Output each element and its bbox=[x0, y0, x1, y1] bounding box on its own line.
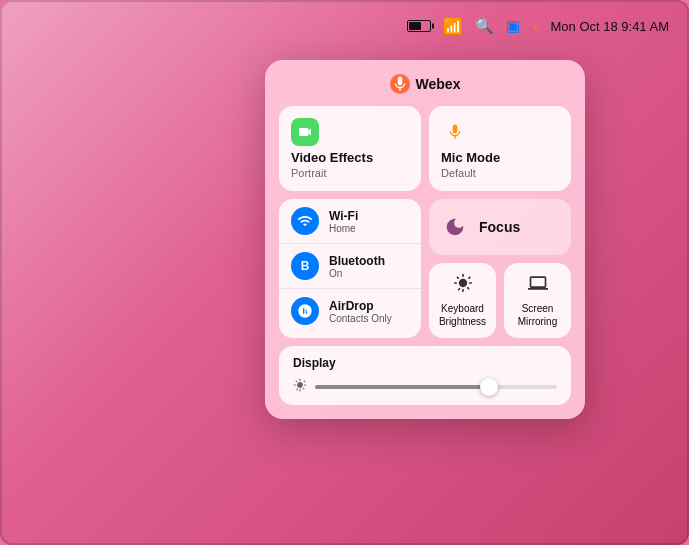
display-section: Display bbox=[279, 346, 571, 405]
bluetooth-text: Bluetooth On bbox=[329, 254, 385, 279]
keyboard-brightness-label: Keyboard Brightness bbox=[439, 302, 486, 328]
video-effects-subtitle: Portrait bbox=[291, 167, 409, 179]
webex-header: Webex bbox=[279, 74, 571, 94]
brightness-row bbox=[293, 378, 557, 395]
screen-mirroring-label: Screen Mirroring bbox=[518, 302, 557, 328]
bluetooth-item[interactable]: B Bluetooth On bbox=[279, 244, 421, 289]
screen-mirroring-icon bbox=[528, 273, 548, 298]
mic-mode-tile[interactable]: Mic Mode Default bbox=[429, 106, 571, 191]
display-label: Display bbox=[293, 356, 557, 370]
focus-moon-icon bbox=[441, 213, 469, 241]
brightness-fill bbox=[315, 385, 489, 389]
menu-bar: 📶 🔍 ▣ ● Mon Oct 18 9:41 AM bbox=[0, 0, 689, 52]
network-tile: Wi-Fi Home B Bluetooth On bbox=[279, 199, 421, 338]
keyboard-brightness-icon bbox=[453, 273, 473, 298]
keyboard-brightness-tile[interactable]: Keyboard Brightness bbox=[429, 263, 496, 338]
middle-section: Wi-Fi Home B Bluetooth On bbox=[279, 199, 571, 338]
bluetooth-status: On bbox=[329, 268, 385, 279]
wifi-icon bbox=[291, 207, 319, 235]
brightness-slider[interactable] bbox=[315, 385, 557, 389]
airdrop-icon bbox=[291, 297, 319, 325]
menubar-time: Mon Oct 18 9:41 AM bbox=[550, 19, 669, 34]
bluetooth-name: Bluetooth bbox=[329, 254, 385, 268]
wifi-name: Wi-Fi bbox=[329, 209, 358, 223]
wifi-menubar-icon: 📶 bbox=[443, 17, 463, 36]
mic-mode-title: Mic Mode bbox=[441, 150, 559, 165]
battery-icon bbox=[407, 20, 431, 32]
airdrop-text: AirDrop Contacts Only bbox=[329, 299, 392, 324]
right-col: Focus Keyboard Brightness bbox=[429, 199, 571, 338]
screen-mirror-menubar-icon[interactable]: ▣ bbox=[506, 17, 520, 35]
airdrop-status: Contacts Only bbox=[329, 313, 392, 324]
video-effects-icon bbox=[291, 118, 319, 146]
focus-label: Focus bbox=[479, 219, 520, 235]
mic-mode-subtitle: Default bbox=[441, 167, 559, 179]
brightness-thumb bbox=[480, 378, 498, 396]
focus-tile[interactable]: Focus bbox=[429, 199, 571, 255]
top-row: Video Effects Portrait Mic Mode Default bbox=[279, 106, 571, 191]
webex-mic-icon bbox=[390, 74, 410, 94]
video-effects-icon-row bbox=[291, 118, 409, 146]
wifi-text: Wi-Fi Home bbox=[329, 209, 358, 234]
screen-mirroring-tile[interactable]: Screen Mirroring bbox=[504, 263, 571, 338]
bottom-small-row: Keyboard Brightness Screen Mirroring bbox=[429, 263, 571, 338]
menubar-dot: ● bbox=[532, 21, 538, 32]
wifi-item[interactable]: Wi-Fi Home bbox=[279, 199, 421, 244]
airdrop-item[interactable]: AirDrop Contacts Only bbox=[279, 289, 421, 333]
wifi-status: Home bbox=[329, 223, 358, 234]
mic-mode-icon-row bbox=[441, 118, 559, 146]
video-effects-tile[interactable]: Video Effects Portrait bbox=[279, 106, 421, 191]
control-center-panel: Webex Video Effects Portrait bbox=[265, 60, 585, 419]
brightness-low-icon bbox=[293, 378, 307, 395]
airdrop-name: AirDrop bbox=[329, 299, 392, 313]
search-menubar-icon[interactable]: 🔍 bbox=[475, 17, 494, 35]
video-effects-title: Video Effects bbox=[291, 150, 409, 165]
mic-mode-icon bbox=[441, 118, 469, 146]
bluetooth-icon: B bbox=[291, 252, 319, 280]
webex-label: Webex bbox=[416, 76, 461, 92]
